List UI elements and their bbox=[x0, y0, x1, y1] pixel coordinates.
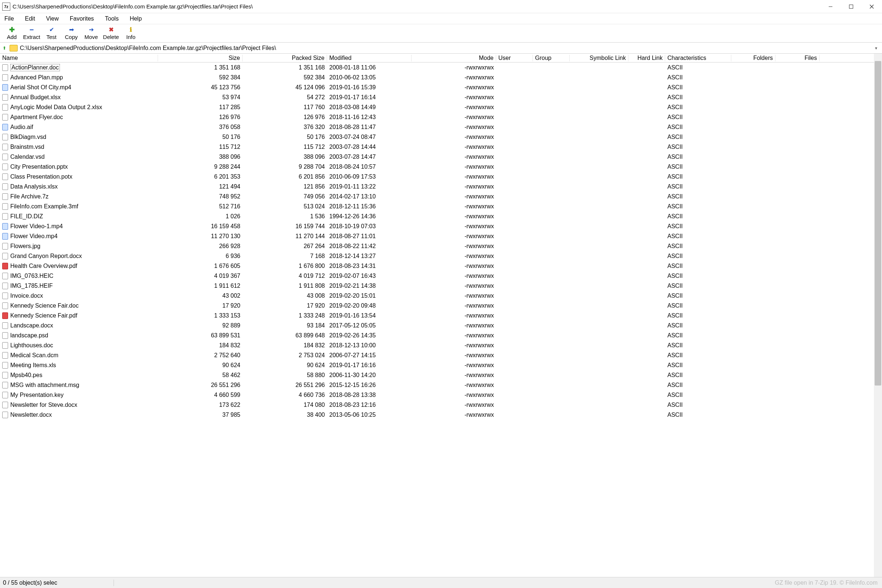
close-button[interactable] bbox=[861, 0, 882, 13]
table-row[interactable]: Newsletter.docx37 98538 4002013-05-06 10… bbox=[0, 410, 874, 420]
test-button[interactable]: ✔Test bbox=[42, 25, 61, 42]
col-size[interactable]: Size bbox=[158, 55, 243, 62]
minimize-button[interactable] bbox=[820, 0, 841, 13]
table-row[interactable]: Kennedy Science Fair.pdf1 333 1531 333 2… bbox=[0, 310, 874, 321]
cell-psize: 45 124 096 bbox=[243, 84, 327, 91]
column-headers[interactable]: Name Size Packed Size Modified Mode User… bbox=[0, 54, 874, 63]
table-row[interactable]: BlkDiagm.vsd50 17650 1762003-07-24 08:47… bbox=[0, 132, 874, 142]
table-row[interactable]: Class Presentation.potx6 201 3536 201 85… bbox=[0, 172, 874, 182]
table-row[interactable]: FILE_ID.DIZ1 0261 5361994-12-26 14:36-rw… bbox=[0, 212, 874, 221]
menu-view[interactable]: View bbox=[45, 15, 60, 23]
file-name: Calendar.vsd bbox=[10, 154, 45, 160]
table-row[interactable]: Flower Video.mp411 270 13011 270 1442018… bbox=[0, 231, 874, 241]
col-modified[interactable]: Modified bbox=[327, 55, 412, 62]
cell-mode: -rwxrwxrwx bbox=[412, 124, 496, 130]
menu-favorites[interactable]: Favorites bbox=[68, 15, 96, 23]
cell-mode: -rwxrwxrwx bbox=[412, 273, 496, 279]
table-row[interactable]: Lighthouses.doc184 832184 8322018-12-13 … bbox=[0, 340, 874, 350]
table-row[interactable]: Advanced Plan.mpp592 384592 3842010-06-0… bbox=[0, 72, 874, 82]
maximize-button[interactable] bbox=[841, 0, 861, 13]
table-row[interactable]: City Presentation.pptx9 288 2449 288 704… bbox=[0, 162, 874, 172]
table-row[interactable]: Mpsb40.pes58 46258 8802006-11-30 14:20-r… bbox=[0, 370, 874, 380]
up-icon[interactable]: ⬆ bbox=[2, 46, 8, 51]
info-button[interactable]: ℹInfo bbox=[121, 25, 140, 42]
col-characteristics[interactable]: Characteristics bbox=[665, 55, 731, 62]
table-row[interactable]: Annual Budget.xlsx53 97454 2722019-01-17… bbox=[0, 92, 874, 102]
col-mode[interactable]: Mode bbox=[412, 55, 496, 62]
file-name: Grand Canyon Report.docx bbox=[10, 253, 82, 260]
info-icon: ℹ bbox=[130, 27, 132, 34]
test-icon: ✔ bbox=[49, 27, 54, 34]
cell-psize: 1 536 bbox=[243, 213, 327, 220]
cell-mod: 2018-08-28 13:38 bbox=[327, 392, 412, 398]
table-row[interactable]: My Presentation.key4 660 5994 660 736201… bbox=[0, 390, 874, 400]
copy-button[interactable]: ➡Copy bbox=[62, 25, 81, 42]
table-row[interactable]: Aerial Shot Of City.mp445 123 75645 124 … bbox=[0, 82, 874, 92]
table-row[interactable]: Health Care Overview.pdf1 676 6051 676 8… bbox=[0, 261, 874, 271]
table-row[interactable]: Data Analysis.xlsx121 494121 8562019-01-… bbox=[0, 182, 874, 192]
cell-mod: 2018-08-22 11:42 bbox=[327, 243, 412, 249]
file-name: Meeting Items.xls bbox=[10, 362, 56, 369]
cell-mode: -rwxrwxrwx bbox=[412, 382, 496, 388]
table-row[interactable]: Kennedy Science Fair.doc17 92017 9202019… bbox=[0, 301, 874, 310]
file-icon bbox=[2, 372, 8, 378]
col-hard-link[interactable]: Hard Link bbox=[628, 55, 665, 62]
table-row[interactable]: Invoice.docx43 00243 0082019-02-20 15:01… bbox=[0, 291, 874, 301]
add-button[interactable]: ✚Add bbox=[2, 25, 21, 42]
address-path[interactable]: C:\Users\SharpenedProductions\Desktop\Fi… bbox=[20, 45, 872, 51]
menu-tools[interactable]: Tools bbox=[104, 15, 120, 23]
col-symbolic-link[interactable]: Symbolic Link bbox=[570, 55, 628, 62]
col-group[interactable]: Group bbox=[533, 55, 570, 62]
table-row[interactable]: Apartment Flyer.doc126 976126 9762018-11… bbox=[0, 112, 874, 122]
menu-help[interactable]: Help bbox=[128, 15, 143, 23]
chevron-down-icon[interactable]: ▾ bbox=[872, 46, 880, 51]
table-row[interactable]: Medical Scan.dcm2 752 6402 753 0242006-0… bbox=[0, 350, 874, 360]
table-row[interactable]: Meeting Items.xls90 62490 6242019-01-17 … bbox=[0, 360, 874, 370]
table-row[interactable]: File Archive.7z748 952749 0562014-02-17 … bbox=[0, 192, 874, 201]
table-row[interactable]: Calendar.vsd388 096388 0962003-07-28 14:… bbox=[0, 152, 874, 162]
table-row[interactable]: Flower Video-1.mp416 159 45816 159 74420… bbox=[0, 221, 874, 231]
cell-mode: -rwxrwxrwx bbox=[412, 64, 496, 71]
table-row[interactable]: Flowers.jpg266 928267 2642018-08-22 11:4… bbox=[0, 241, 874, 251]
cell-mode: -rwxrwxrwx bbox=[412, 322, 496, 329]
cell-char: ASCII bbox=[665, 312, 731, 319]
table-row[interactable]: Audio.aif376 058376 3202018-08-28 11:47-… bbox=[0, 122, 874, 132]
table-row[interactable]: IMG_0763.HEIC4 019 3674 019 7122019-02-0… bbox=[0, 271, 874, 281]
table-row[interactable]: ActionPlanner.doc1 351 1681 351 1682008-… bbox=[0, 63, 874, 72]
vertical-scrollbar[interactable] bbox=[874, 54, 882, 577]
menu-edit[interactable]: Edit bbox=[24, 15, 37, 23]
col-name[interactable]: Name bbox=[0, 55, 158, 62]
file-icon bbox=[2, 84, 8, 91]
table-row[interactable]: Newsletter for Steve.docx173 622174 0802… bbox=[0, 400, 874, 410]
cell-mode: -rwxrwxrwx bbox=[412, 94, 496, 101]
cell-mode: -rwxrwxrwx bbox=[412, 193, 496, 200]
listview[interactable]: Name Size Packed Size Modified Mode User… bbox=[0, 54, 874, 577]
statusbar: 0 / 55 object(s) selec GZ file open in 7… bbox=[0, 577, 882, 588]
file-name: Lighthouses.doc bbox=[10, 342, 53, 349]
cell-mod: 2019-01-17 16:16 bbox=[327, 362, 412, 369]
cell-psize: 267 264 bbox=[243, 243, 327, 249]
table-row[interactable]: Brainstm.vsd115 712115 7122003-07-28 14:… bbox=[0, 142, 874, 152]
col-user[interactable]: User bbox=[496, 55, 533, 62]
cell-psize: 115 712 bbox=[243, 144, 327, 150]
table-row[interactable]: Grand Canyon Report.docx6 9367 1682018-1… bbox=[0, 251, 874, 261]
file-icon bbox=[2, 74, 8, 81]
col-folders[interactable]: Folders bbox=[731, 55, 776, 62]
cell-mod: 2019-01-11 13:22 bbox=[327, 183, 412, 190]
file-name: Class Presentation.potx bbox=[10, 174, 72, 180]
table-row[interactable]: FileInfo.com Example.3mf512 716513 02420… bbox=[0, 201, 874, 212]
table-row[interactable]: Landscape.docx92 88993 1842017-05-12 05:… bbox=[0, 321, 874, 330]
extract-button[interactable]: −Extract bbox=[22, 25, 41, 42]
delete-button[interactable]: ✖Delete bbox=[101, 25, 120, 42]
col-packed-size[interactable]: Packed Size bbox=[243, 55, 327, 62]
cell-psize: 43 008 bbox=[243, 292, 327, 299]
move-button[interactable]: ➔Move bbox=[82, 25, 101, 42]
col-files[interactable]: Files bbox=[776, 55, 819, 62]
scroll-thumb[interactable] bbox=[874, 61, 881, 386]
table-row[interactable]: MSG with attachment.msg26 551 29626 551 … bbox=[0, 380, 874, 390]
cell-mode: -rwxrwxrwx bbox=[412, 223, 496, 230]
menu-file[interactable]: File bbox=[3, 15, 15, 23]
table-row[interactable]: AnyLogic Model Data Output 2.xlsx117 285… bbox=[0, 102, 874, 112]
table-row[interactable]: IMG_1785.HEIF1 911 6121 911 8082019-02-2… bbox=[0, 281, 874, 291]
table-row[interactable]: landscape.psd63 899 53163 899 6482019-02… bbox=[0, 330, 874, 340]
